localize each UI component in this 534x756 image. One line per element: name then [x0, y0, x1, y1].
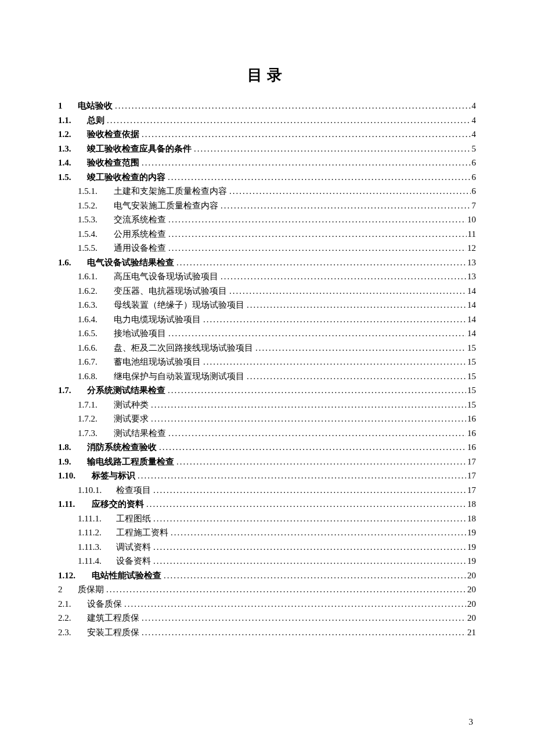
toc-entry-page: 19: [466, 543, 476, 552]
toc-entry-page: 17: [466, 458, 476, 466]
toc-entry-title: 电气设备试验结果检查: [87, 258, 176, 267]
toc-leader-dots: [153, 543, 466, 552]
toc-entry-number: 1.3.: [58, 145, 87, 153]
toc-entry: 1.6.电气设备试验结果检查13: [58, 258, 476, 267]
toc-entry: 1.6.8.继电保护与自动装置现场测试项目15: [58, 372, 476, 381]
toc-entry-title: 交流系统检查: [114, 215, 168, 224]
toc-entry-title: 公用系统检查: [114, 230, 168, 239]
toc-entry-title: 土建和支架施工质量检查内容: [114, 187, 229, 196]
toc-leader-dots: [151, 415, 466, 423]
toc-entry-title: 竣工验收检查应具备的条件: [87, 145, 194, 153]
toc-leader-dots: [153, 514, 466, 523]
toc-entry: 2质保期20: [58, 585, 476, 594]
toc-entry-page: 16: [466, 415, 476, 423]
toc-entry-page: 16: [466, 429, 476, 438]
toc-entry: 1.2.验收检查依据4: [58, 130, 476, 139]
toc-entry-number: 2: [58, 585, 78, 594]
toc-entry-title: 接地试验项目: [114, 329, 168, 338]
toc-entry-page: 18: [466, 514, 476, 523]
toc-entry-number: 1: [58, 102, 78, 110]
toc-leader-dots: [221, 272, 466, 281]
toc-entry-title: 母线装置（绝缘子）现场试验项目: [114, 301, 247, 309]
toc-leader-dots: [153, 557, 466, 566]
toc-entry-number: 1.11.1.: [78, 514, 116, 523]
toc-leader-dots: [168, 429, 466, 438]
toc-entry-title: 蓄电池组现场试验项目: [114, 358, 203, 366]
toc-leader-dots: [168, 386, 466, 395]
toc-entry: 1.7.分系统测试结果检查15: [58, 386, 476, 395]
toc-entry-title: 验收检查范围: [87, 159, 142, 167]
toc-entry: 1电站验收4: [58, 102, 476, 110]
toc-entry-number: 1.6.3.: [78, 301, 114, 309]
toc-entry-number: 1.8.: [58, 443, 87, 452]
toc-entry-page: 4: [471, 102, 477, 110]
toc-entry-number: 1.9.: [58, 458, 87, 466]
toc-entry-page: 14: [466, 315, 476, 324]
toc-entry-number: 1.5.1.: [78, 187, 114, 196]
toc-entry: 1.12.电站性能试验检查20: [58, 571, 476, 580]
toc-entry-title: 测试结果检查: [114, 429, 168, 438]
toc-entry-number: 1.11.4.: [78, 557, 116, 566]
toc-leader-dots: [203, 315, 466, 324]
toc-entry-page: 15: [466, 401, 476, 409]
toc-leader-dots: [229, 287, 466, 296]
toc-leader-dots: [176, 458, 466, 466]
toc-entry: 1.3.竣工验收检查应具备的条件5: [58, 145, 476, 153]
toc-entry-page: 20: [466, 600, 476, 609]
toc-title: 目录: [58, 65, 476, 85]
toc-leader-dots: [153, 486, 466, 495]
toc-entry-title: 电站性能试验检查: [92, 571, 164, 580]
toc-entry-page: 15: [466, 372, 476, 381]
toc-entry-number: 1.7.2.: [78, 415, 114, 423]
toc-entry-title: 安装工程质保: [87, 628, 142, 637]
toc-entry-title: 应移交的资料: [92, 500, 146, 509]
toc-leader-dots: [151, 401, 466, 409]
toc-entry: 2.1.设备质保20: [58, 600, 476, 609]
toc-entry-title: 电力电缆现场试验项目: [114, 315, 203, 324]
toc-leader-dots: [221, 201, 471, 210]
toc-entry-page: 6: [471, 173, 477, 182]
toc-entry-page: 4: [471, 116, 477, 125]
toc-entry: 1.5.1.土建和支架施工质量检查内容6: [58, 187, 476, 196]
toc-entry: 1.6.5.接地试验项目14: [58, 329, 476, 338]
toc-entry-page: 17: [466, 471, 476, 480]
toc-entry-number: 1.5.2.: [78, 201, 114, 210]
toc-leader-dots: [142, 614, 466, 622]
toc-entry-page: 20: [466, 571, 476, 580]
toc-entry-number: 1.1.: [58, 116, 87, 125]
toc-entry-page: 14: [466, 287, 476, 296]
toc-leader-dots: [168, 329, 466, 338]
toc-entry-page: 20: [466, 585, 476, 594]
toc-entry-number: 1.5.5.: [78, 244, 114, 253]
toc-leader-dots: [247, 372, 466, 381]
toc-entry: 1.11.4.设备资料19: [58, 557, 476, 566]
toc-entry-number: 1.12.: [58, 571, 92, 580]
toc-entry: 1.7.3.测试结果检查16: [58, 429, 476, 438]
toc-entry-title: 高压电气设备现场试验项目: [114, 272, 221, 281]
toc-entry-page: 18: [466, 500, 476, 509]
toc-entry: 1.11.3.调试资料19: [58, 543, 476, 552]
toc-entry: 2.3.安装工程质保21: [58, 628, 476, 637]
toc-entry-number: 1.6.7.: [78, 358, 114, 366]
toc-entry-number: 1.6.2.: [78, 287, 114, 296]
toc-entry-number: 1.4.: [58, 159, 87, 167]
toc-entry: 1.5.3.交流系统检查10: [58, 215, 476, 224]
toc-entry-page: 11: [467, 230, 476, 239]
toc-entry-page: 6: [471, 187, 477, 196]
toc-entry-number: 1.6.8.: [78, 372, 114, 381]
toc-entry-title: 设备资料: [116, 557, 153, 566]
toc-entry-title: 消防系统检查验收: [87, 443, 159, 452]
toc-entry-page: 13: [466, 258, 476, 267]
toc-leader-dots: [107, 116, 471, 125]
toc-leader-dots: [176, 258, 466, 267]
toc-entry-number: 1.5.: [58, 173, 87, 182]
toc-entry-title: 检查项目: [116, 486, 153, 495]
toc-entry-number: 1.6.5.: [78, 329, 114, 338]
toc-entry-title: 变压器、电抗器现场试验项目: [114, 287, 229, 296]
toc-entry-title: 标签与标识: [92, 471, 138, 480]
toc-entry: 1.5.竣工验收检查的内容6: [58, 173, 476, 182]
toc-entry-number: 1.7.: [58, 386, 87, 395]
toc-entry-number: 1.11.: [58, 500, 92, 509]
toc-entry-title: 测试要求: [114, 415, 151, 423]
toc-leader-dots: [247, 301, 466, 309]
